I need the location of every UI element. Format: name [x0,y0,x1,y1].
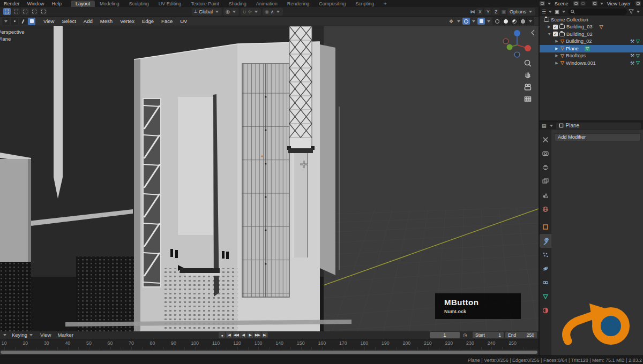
workspace-tab[interactable]: Scripting [350,1,379,7]
topbar-menu-item[interactable]: Render [0,1,24,6]
expand-arrow-icon[interactable]: ▶ [547,25,551,29]
workspace-tab[interactable]: Compositing [314,1,350,7]
left-building[interactable] [0,153,31,331]
unlink-scene-icon[interactable] [580,1,586,6]
viewport-menu-item[interactable]: Vertex [116,18,138,24]
center-building[interactable] [134,44,242,331]
playback-button[interactable]: ● [219,332,225,338]
overlays-chevron-down-icon[interactable] [472,20,475,22]
tab-object-icon[interactable] [540,220,551,234]
viewport-menu-item[interactable]: Select [58,18,79,24]
tab-material-icon[interactable] [540,304,551,317]
xray-toggle-icon[interactable] [477,18,485,25]
select-mode-invert-icon[interactable] [31,8,38,15]
view-layer-selector[interactable]: View Layer [606,1,634,6]
gizmos-chevron-down-icon[interactable] [457,20,460,22]
tab-world-icon[interactable] [540,202,551,216]
tab-render-icon[interactable] [540,147,551,161]
select-mode-extend-icon[interactable] [12,8,20,15]
funnel-chevron-down-icon[interactable] [637,11,640,13]
keying-dropdown[interactable]: Keying [10,332,36,338]
outliner-row-building03[interactable]: ▶ ✓ Building_03 ▽ [540,24,643,31]
tab-physics-icon[interactable] [540,262,551,276]
frame-start-field[interactable]: Start 1 [473,332,504,338]
mirror-axis-toggle[interactable]: X [476,8,483,15]
shading-wireframe-icon[interactable] [494,18,501,25]
timeline-view-menu[interactable]: View [38,332,53,338]
topbar-menu-item[interactable]: Help [48,1,66,6]
workspace-tab[interactable]: Layout [71,1,95,7]
overlays-toggle-icon[interactable] [462,18,470,25]
edge-select-button[interactable] [19,18,27,25]
scene-chevron-down-icon[interactable] [548,3,551,5]
select-mode-new-icon[interactable] [3,8,11,15]
outliner-row-rooftops[interactable]: ▶ ▽ Rooftops ⚒ ▽ [540,52,643,60]
workspace-tab[interactable]: Rendering [282,1,315,7]
viewport-menu-item[interactable]: Mesh [96,18,116,24]
current-frame-field[interactable]: 1 [430,332,460,338]
pivot-point-dropdown[interactable]: ◎ [223,8,239,16]
outliner-filter-chevron-down-icon[interactable] [562,11,565,13]
scene-selector[interactable]: Scene [554,1,572,6]
playback-button[interactable]: |◀ [226,332,232,338]
select-mode-subtract-icon[interactable] [21,8,29,15]
outliner-row-scene-collection[interactable]: Scene Collection [540,16,643,24]
outliner-filter-image-icon[interactable]: ▣ [555,9,559,14]
select-mode-intersect-icon[interactable] [40,8,47,15]
collection-checkbox[interactable]: ✓ [553,25,558,29]
gizmo-y-axis[interactable] [507,44,513,50]
outliner-row-building02-object[interactable]: ▶ ▽ Building_02 ⚒ ▽ [540,38,643,46]
mirror-axis-toggle[interactable]: Y [484,8,491,15]
playback-button[interactable]: ▶ [247,332,253,338]
filter-funnel-icon[interactable] [629,9,634,14]
outliner-row-building02-collection[interactable]: ▼ ✓ Building_02 [540,31,643,38]
tab-scene-icon[interactable] [540,188,551,202]
shading-solid-icon[interactable] [502,18,510,25]
editor-type-dropdown[interactable] [2,18,10,25]
playback-button[interactable]: ◀◀ [233,332,240,338]
frame-end-field[interactable]: End 250 [505,332,537,338]
shading-rendered-icon[interactable] [519,18,527,25]
properties-editor-type-icon[interactable]: ▤ [542,123,547,128]
outliner-search-input[interactable] [568,9,627,15]
workspace-tab[interactable]: Modeling [95,1,124,7]
workspace-tab[interactable]: + [379,1,391,7]
outliner-row-windows001[interactable]: ▶ ▽ Windows.001 ⚒ ▽ [540,59,643,67]
tab-tool-icon[interactable] [540,133,551,147]
gizmo-x-axis[interactable] [525,45,531,51]
add-modifier-button[interactable]: Add Modifier [554,133,641,141]
viewport-menu-item[interactable]: UV [176,18,191,24]
new-view-layer-icon[interactable] [635,1,641,6]
face-select-button[interactable] [28,18,35,25]
tab-output-icon[interactable] [540,161,551,175]
gizmo-x-neg-axis[interactable] [503,39,509,44]
view-layer-chevron-down-icon[interactable] [600,3,603,5]
timeline-marker-menu[interactable]: Marker [55,332,76,338]
shading-chevron-down-icon[interactable] [529,20,532,22]
xray-chevron-down-icon[interactable] [487,20,490,22]
expand-arrow-icon[interactable]: ▶ [555,39,559,43]
viewport-3d[interactable]: Perspective Plane MButton NumLock [0,26,539,331]
tab-modifiers-icon[interactable] [540,234,551,248]
playback-button[interactable]: ◀ [240,332,246,338]
workspace-tab[interactable]: Sculpting [124,1,154,7]
workspace-tab[interactable]: Animation [251,1,282,7]
outliner-row-plane-selected[interactable]: ▶ ▽ Plane ▽ [540,45,643,52]
mirror-axis-toggle[interactable]: Z [492,8,499,15]
tab-view-layer-icon[interactable] [540,175,551,188]
viewport-menu-item[interactable]: Add [80,18,96,24]
playback-button[interactable]: ▶| [261,332,268,338]
expand-arrow-icon[interactable]: ▶ [555,47,559,51]
options-dropdown[interactable]: Options [507,8,535,16]
shading-material-icon[interactable] [511,18,518,25]
timeline-editor-chevron-down-icon[interactable] [3,334,6,336]
viewport-menu-item[interactable]: Edge [138,18,158,24]
topbar-menu-item[interactable]: Window [24,1,48,6]
gizmo-z-neg-axis[interactable] [514,52,520,57]
workspace-tab[interactable]: Shading [224,1,251,7]
collapse-arrow-icon[interactable]: ▼ [547,32,551,36]
tab-constraints-icon[interactable] [540,276,551,290]
snap-dropdown[interactable]: ∪ ⊹ [241,8,261,16]
expand-arrow-icon[interactable]: ▶ [555,54,559,58]
outliner-display-chevron-down-icon[interactable] [549,11,552,13]
